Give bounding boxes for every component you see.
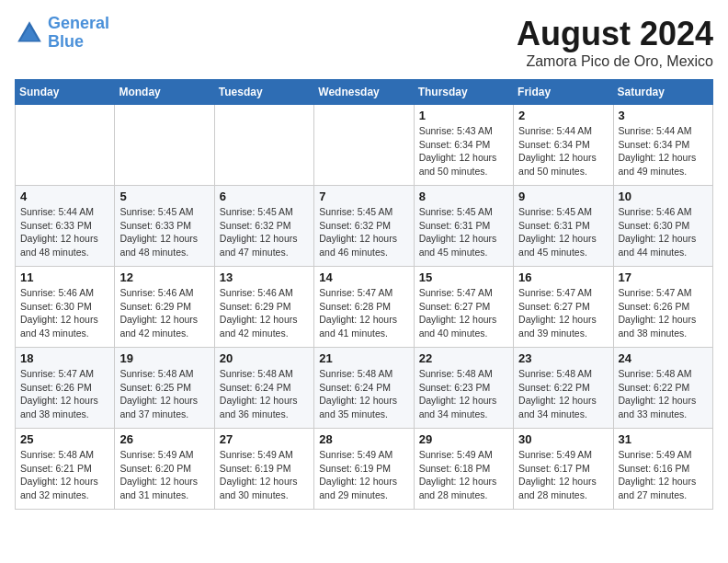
title-block: August 2024 Zamora Pico de Oro, Mexico <box>517 15 713 70</box>
month-title: August 2024 <box>517 15 713 53</box>
day-info: Sunrise: 5:48 AMSunset: 6:23 PMDaylight:… <box>419 367 508 421</box>
day-number: 12 <box>119 270 209 284</box>
day-cell: 11Sunrise: 5:46 AMSunset: 6:30 PMDayligh… <box>16 267 115 348</box>
day-info: Sunrise: 5:45 AMSunset: 6:31 PMDaylight:… <box>518 205 608 259</box>
day-cell: 26Sunrise: 5:49 AMSunset: 6:20 PMDayligh… <box>115 429 214 510</box>
day-info: Sunrise: 5:48 AMSunset: 6:24 PMDaylight:… <box>319 367 408 421</box>
day-cell: 31Sunrise: 5:49 AMSunset: 6:16 PMDayligh… <box>613 429 712 510</box>
day-header-monday: Monday <box>115 80 214 105</box>
day-number: 5 <box>119 190 209 203</box>
day-number: 29 <box>419 432 508 446</box>
day-info: Sunrise: 5:47 AMSunset: 6:26 PMDaylight:… <box>20 367 109 421</box>
day-number: 18 <box>20 351 109 365</box>
day-header-wednesday: Wednesday <box>314 80 414 105</box>
day-header-friday: Friday <box>514 80 613 105</box>
day-cell: 2Sunrise: 5:44 AMSunset: 6:34 PMDaylight… <box>514 105 613 186</box>
day-cell: 22Sunrise: 5:48 AMSunset: 6:23 PMDayligh… <box>414 348 513 429</box>
day-cell: 23Sunrise: 5:48 AMSunset: 6:22 PMDayligh… <box>514 348 613 429</box>
day-header-tuesday: Tuesday <box>214 80 313 105</box>
day-info: Sunrise: 5:47 AMSunset: 6:26 PMDaylight:… <box>619 286 708 340</box>
logo: General Blue <box>15 15 109 52</box>
day-cell: 15Sunrise: 5:47 AMSunset: 6:27 PMDayligh… <box>414 267 513 348</box>
day-cell <box>16 105 115 186</box>
day-cell: 21Sunrise: 5:48 AMSunset: 6:24 PMDayligh… <box>314 348 414 429</box>
day-number: 26 <box>119 432 209 446</box>
day-cell: 29Sunrise: 5:49 AMSunset: 6:18 PMDayligh… <box>414 429 513 510</box>
day-number: 27 <box>220 432 309 446</box>
day-info: Sunrise: 5:44 AMSunset: 6:34 PMDaylight:… <box>518 124 608 178</box>
day-number: 28 <box>319 432 408 446</box>
day-info: Sunrise: 5:48 AMSunset: 6:21 PMDaylight:… <box>20 448 109 502</box>
day-cell: 8Sunrise: 5:45 AMSunset: 6:31 PMDaylight… <box>414 186 513 267</box>
day-info: Sunrise: 5:46 AMSunset: 6:29 PMDaylight:… <box>220 286 309 340</box>
day-number: 2 <box>518 109 608 122</box>
day-number: 15 <box>419 270 508 284</box>
day-info: Sunrise: 5:46 AMSunset: 6:29 PMDaylight:… <box>119 286 209 340</box>
day-cell: 13Sunrise: 5:46 AMSunset: 6:29 PMDayligh… <box>214 267 313 348</box>
day-info: Sunrise: 5:48 AMSunset: 6:22 PMDaylight:… <box>518 367 608 421</box>
day-info: Sunrise: 5:43 AMSunset: 6:34 PMDaylight:… <box>419 124 508 178</box>
day-info: Sunrise: 5:48 AMSunset: 6:22 PMDaylight:… <box>619 367 708 421</box>
day-number: 21 <box>319 351 408 365</box>
day-info: Sunrise: 5:47 AMSunset: 6:27 PMDaylight:… <box>518 286 608 340</box>
day-info: Sunrise: 5:47 AMSunset: 6:28 PMDaylight:… <box>319 286 408 340</box>
day-number: 6 <box>220 190 309 203</box>
day-header-sunday: Sunday <box>16 80 115 105</box>
day-number: 24 <box>619 351 708 365</box>
day-cell: 25Sunrise: 5:48 AMSunset: 6:21 PMDayligh… <box>16 429 115 510</box>
logo-line2: Blue <box>48 32 84 51</box>
day-number: 11 <box>20 270 109 284</box>
day-info: Sunrise: 5:45 AMSunset: 6:33 PMDaylight:… <box>119 205 209 259</box>
day-info: Sunrise: 5:49 AMSunset: 6:16 PMDaylight:… <box>619 448 708 502</box>
day-number: 10 <box>619 190 708 203</box>
day-number: 7 <box>319 190 408 203</box>
week-row-4: 18Sunrise: 5:47 AMSunset: 6:26 PMDayligh… <box>16 348 713 429</box>
day-number: 19 <box>119 351 209 365</box>
location: Zamora Pico de Oro, Mexico <box>517 53 713 70</box>
day-cell: 24Sunrise: 5:48 AMSunset: 6:22 PMDayligh… <box>613 348 712 429</box>
day-number: 23 <box>518 351 608 365</box>
day-info: Sunrise: 5:44 AMSunset: 6:33 PMDaylight:… <box>20 205 109 259</box>
day-header-row: SundayMondayTuesdayWednesdayThursdayFrid… <box>16 80 713 105</box>
day-number: 20 <box>220 351 309 365</box>
day-info: Sunrise: 5:46 AMSunset: 6:30 PMDaylight:… <box>20 286 109 340</box>
day-info: Sunrise: 5:49 AMSunset: 6:17 PMDaylight:… <box>518 448 608 502</box>
day-number: 25 <box>20 432 109 446</box>
day-cell: 5Sunrise: 5:45 AMSunset: 6:33 PMDaylight… <box>115 186 214 267</box>
day-cell: 30Sunrise: 5:49 AMSunset: 6:17 PMDayligh… <box>514 429 613 510</box>
day-number: 22 <box>419 351 508 365</box>
day-number: 30 <box>518 432 608 446</box>
day-header-saturday: Saturday <box>613 80 712 105</box>
day-cell: 4Sunrise: 5:44 AMSunset: 6:33 PMDaylight… <box>16 186 115 267</box>
day-cell: 19Sunrise: 5:48 AMSunset: 6:25 PMDayligh… <box>115 348 214 429</box>
day-number: 4 <box>20 190 109 203</box>
day-number: 3 <box>619 109 708 122</box>
week-row-1: 1Sunrise: 5:43 AMSunset: 6:34 PMDaylight… <box>16 105 713 186</box>
day-cell <box>214 105 313 186</box>
day-info: Sunrise: 5:46 AMSunset: 6:30 PMDaylight:… <box>619 205 708 259</box>
day-info: Sunrise: 5:48 AMSunset: 6:25 PMDaylight:… <box>119 367 209 421</box>
day-header-thursday: Thursday <box>414 80 513 105</box>
day-info: Sunrise: 5:45 AMSunset: 6:32 PMDaylight:… <box>319 205 408 259</box>
day-info: Sunrise: 5:49 AMSunset: 6:19 PMDaylight:… <box>220 448 309 502</box>
day-cell: 9Sunrise: 5:45 AMSunset: 6:31 PMDaylight… <box>514 186 613 267</box>
day-number: 9 <box>518 190 608 203</box>
day-info: Sunrise: 5:45 AMSunset: 6:31 PMDaylight:… <box>419 205 508 259</box>
day-cell: 1Sunrise: 5:43 AMSunset: 6:34 PMDaylight… <box>414 105 513 186</box>
day-cell: 10Sunrise: 5:46 AMSunset: 6:30 PMDayligh… <box>613 186 712 267</box>
day-number: 13 <box>220 270 309 284</box>
day-number: 16 <box>518 270 608 284</box>
day-info: Sunrise: 5:49 AMSunset: 6:19 PMDaylight:… <box>319 448 408 502</box>
day-info: Sunrise: 5:44 AMSunset: 6:34 PMDaylight:… <box>619 124 708 178</box>
week-row-2: 4Sunrise: 5:44 AMSunset: 6:33 PMDaylight… <box>16 186 713 267</box>
logo-text: General Blue <box>48 15 109 52</box>
day-cell <box>314 105 414 186</box>
day-cell: 27Sunrise: 5:49 AMSunset: 6:19 PMDayligh… <box>214 429 313 510</box>
page-header: General Blue August 2024 Zamora Pico de … <box>15 15 713 70</box>
day-cell: 16Sunrise: 5:47 AMSunset: 6:27 PMDayligh… <box>514 267 613 348</box>
day-cell: 14Sunrise: 5:47 AMSunset: 6:28 PMDayligh… <box>314 267 414 348</box>
day-cell: 12Sunrise: 5:46 AMSunset: 6:29 PMDayligh… <box>115 267 214 348</box>
day-info: Sunrise: 5:48 AMSunset: 6:24 PMDaylight:… <box>220 367 309 421</box>
day-info: Sunrise: 5:47 AMSunset: 6:27 PMDaylight:… <box>419 286 508 340</box>
day-info: Sunrise: 5:49 AMSunset: 6:20 PMDaylight:… <box>119 448 209 502</box>
